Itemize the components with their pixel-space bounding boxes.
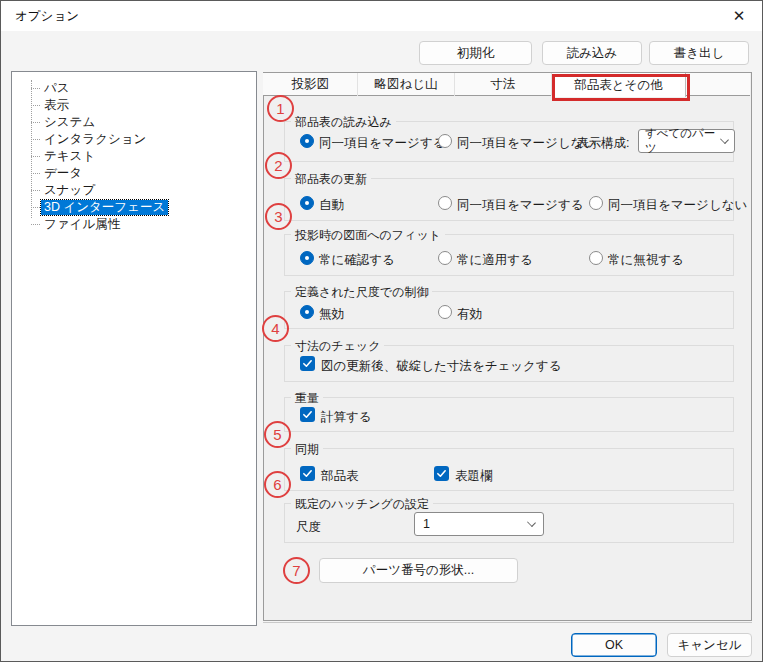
tab-dimensions[interactable]: 寸法: [455, 73, 552, 96]
radio-auto[interactable]: [300, 196, 314, 210]
load-button[interactable]: 読み込み: [542, 41, 642, 65]
display-config-value: すべてのパーツ: [645, 126, 721, 156]
group-scale-control-title: 定義された尺度での制御: [291, 284, 432, 301]
checkbox-dim-check-label: 図の更新後、破綻した寸法をチェックする: [321, 358, 561, 375]
checkbox-bom[interactable]: [300, 466, 315, 481]
export-button[interactable]: 書き出し: [649, 41, 749, 65]
window-title: オプション: [15, 8, 79, 25]
chevron-down-icon: [720, 135, 729, 144]
hatch-scale-value: 1: [423, 517, 430, 531]
sidebar-item-file-attributes[interactable]: ファイル属性: [12, 216, 256, 233]
initialize-button[interactable]: 初期化: [419, 41, 532, 65]
annotation-circle-7: 7: [283, 557, 310, 584]
check-icon: [302, 409, 313, 420]
title-bar: オプション ✕: [1, 1, 762, 31]
sidebar-item-data[interactable]: データ: [12, 165, 256, 182]
footer-divider: [263, 622, 752, 623]
radio-always-ignore-label: 常に無視する: [608, 252, 684, 269]
radio-enabled[interactable]: [438, 305, 452, 319]
radio-merge-same-items[interactable]: [300, 134, 314, 148]
category-tree: パス 表示 システム インタラクション テキスト データ スナップ 3D インタ…: [11, 71, 257, 626]
sidebar-item-display[interactable]: 表示: [12, 97, 256, 114]
display-config-select[interactable]: すべてのパーツ: [638, 129, 735, 153]
checkbox-calculate-label: 計算する: [321, 409, 372, 426]
tab-thread-outline[interactable]: 略図ねじ山: [358, 73, 455, 96]
annotation-circle-3: 3: [265, 203, 292, 230]
annotation-circle-1: 1: [267, 95, 294, 122]
display-config-label: 表示構成:: [576, 135, 629, 152]
sidebar-item-system[interactable]: システム: [12, 114, 256, 131]
annotation-rect-selected-tab: [552, 74, 690, 101]
radio-auto-label: 自動: [319, 197, 344, 214]
checkbox-dim-check[interactable]: [300, 356, 315, 371]
check-icon: [302, 358, 313, 369]
options-dialog: オプション ✕ 初期化 読み込み 書き出し パス 表示 システム インタラクショ…: [0, 0, 763, 662]
sidebar-item-snap[interactable]: スナップ: [12, 182, 256, 199]
radio-always-apply-label: 常に適用する: [457, 252, 533, 269]
radio-update-merge[interactable]: [438, 196, 452, 210]
annotation-circle-5: 5: [264, 421, 291, 448]
radio-disabled-label: 無効: [319, 306, 344, 323]
close-icon[interactable]: ✕: [722, 4, 756, 28]
sidebar-item-path[interactable]: パス: [12, 80, 256, 97]
radio-disabled[interactable]: [300, 305, 314, 319]
annotation-circle-2: 2: [265, 152, 292, 179]
radio-no-merge-same-items[interactable]: [438, 134, 452, 148]
hatch-scale-select[interactable]: 1: [414, 512, 544, 536]
radio-update-no-merge-label: 同一項目をマージしない: [608, 197, 747, 214]
group-fit-title: 投影時の図面へのフィット: [291, 227, 445, 244]
radio-update-no-merge[interactable]: [589, 196, 603, 210]
radio-always-ignore[interactable]: [589, 251, 603, 265]
sidebar-item-interaction[interactable]: インタラクション: [12, 131, 256, 148]
group-bom-update-title: 部品表の更新: [291, 171, 371, 188]
annotation-circle-4: 4: [262, 315, 289, 342]
radio-update-merge-label: 同一項目をマージする: [457, 197, 583, 214]
radio-always-apply[interactable]: [438, 251, 452, 265]
radio-always-confirm[interactable]: [300, 251, 314, 265]
radio-merge-same-items-label: 同一項目をマージする: [319, 135, 445, 152]
group-hatching-title: 既定のハッチングの設定: [291, 496, 433, 513]
tab-projection[interactable]: 投影図: [264, 73, 358, 96]
checkbox-title-block-label: 表題欄: [455, 468, 493, 485]
parts-number-shape-button[interactable]: パーツ番号の形状...: [319, 558, 518, 583]
radio-enabled-label: 有効: [457, 306, 482, 323]
group-weight-title: 重量: [291, 390, 323, 407]
radio-always-confirm-label: 常に確認する: [319, 252, 395, 269]
group-sync-title: 同期: [291, 441, 323, 458]
check-icon: [302, 468, 313, 479]
cancel-button[interactable]: キャンセル: [667, 633, 752, 657]
checkbox-bom-label: 部品表: [321, 468, 359, 485]
hatch-scale-label: 尺度: [296, 519, 321, 536]
chevron-down-icon: [527, 518, 536, 527]
checkbox-calculate[interactable]: [300, 407, 315, 422]
check-icon: [436, 468, 447, 479]
ok-button[interactable]: OK: [571, 633, 657, 657]
checkbox-title-block[interactable]: [434, 466, 449, 481]
group-bom-load-title: 部品表の読み込み: [291, 114, 396, 131]
group-scale-control: 定義された尺度での制御: [284, 291, 734, 329]
group-dim-check-title: 寸法のチェック: [291, 338, 384, 355]
annotation-circle-6: 6: [264, 471, 291, 498]
sidebar-item-text[interactable]: テキスト: [12, 148, 256, 165]
sidebar-item-3d-interface[interactable]: 3D インターフェース: [12, 199, 256, 216]
